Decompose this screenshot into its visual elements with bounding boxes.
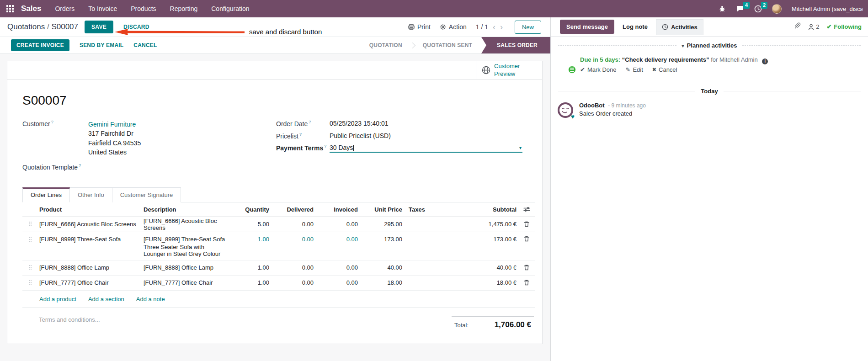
followers-button[interactable]: 2 — [808, 23, 819, 30]
new-button[interactable]: New — [515, 21, 541, 34]
drag-handle-icon[interactable] — [29, 222, 32, 227]
notebook-tabs: Order Lines Other Info Customer Signatur… — [22, 187, 535, 202]
tab-order-lines[interactable]: Order Lines — [22, 187, 70, 202]
cell-unit-price[interactable]: 295.00 — [360, 221, 404, 228]
activities-button[interactable]: Activities — [656, 19, 703, 35]
cancel-activity-button[interactable]: Cancel — [652, 66, 677, 73]
delete-line-icon[interactable] — [518, 236, 535, 242]
cell-quantity[interactable]: 1.00 — [228, 236, 271, 243]
delete-line-icon[interactable] — [518, 221, 535, 227]
state-quotation[interactable]: QUOTATION — [360, 37, 411, 53]
mark-done-button[interactable]: Mark Done — [580, 66, 616, 73]
nav-item-products[interactable]: Products — [131, 5, 156, 12]
payment-terms-field[interactable]: 30 Days — [330, 144, 522, 153]
cell-delivered[interactable]: 0.00 — [271, 279, 315, 286]
pager-previous-icon[interactable] — [493, 23, 495, 31]
apps-menu-icon[interactable] — [6, 5, 14, 12]
cell-invoiced[interactable]: 0.00 — [315, 236, 360, 243]
planned-activities-divider[interactable]: Planned activities — [558, 42, 861, 49]
cell-description[interactable]: [FURN_6666] Acoustic Bloc Screens — [144, 218, 228, 231]
delete-line-icon[interactable] — [518, 265, 535, 271]
cancel-button[interactable]: CANCEL — [133, 42, 157, 48]
cell-product[interactable]: [FURN_7777] Office Chair — [39, 279, 144, 286]
cell-description[interactable]: [FURN_8888] Office Lamp — [144, 264, 228, 271]
order-line-row[interactable]: [FURN_8999] Three-Seat Sofa [FURN_8999] … — [22, 232, 535, 260]
col-delivered[interactable]: Delivered — [271, 206, 315, 213]
breadcrumb-separator — [45, 22, 51, 31]
tab-other-info[interactable]: Other Info — [70, 187, 112, 202]
cell-delivered[interactable]: 0.00 — [271, 236, 315, 243]
cell-unit-price[interactable]: 18.00 — [360, 279, 404, 286]
print-button[interactable]: Print — [408, 23, 431, 31]
col-taxes[interactable]: Taxes — [404, 206, 457, 213]
nav-item-to-invoice[interactable]: To Invoice — [88, 5, 117, 12]
cell-delivered[interactable]: 0.00 — [271, 221, 315, 228]
message-body: Sales Order created — [579, 110, 646, 117]
info-icon[interactable] — [762, 58, 768, 64]
state-quotation-sent[interactable]: QUOTATION SENT — [414, 37, 481, 53]
tab-customer-signature[interactable]: Customer Signature — [112, 187, 181, 202]
order-line-row[interactable]: [FURN_8888] Office Lamp [FURN_8888] Offi… — [22, 260, 535, 276]
col-quantity[interactable]: Quantity — [228, 206, 271, 213]
cell-unit-price[interactable]: 173.00 — [360, 236, 404, 243]
drag-handle-icon[interactable] — [29, 265, 32, 270]
cell-product[interactable]: [FURN_8999] Three-Seat Sofa — [39, 236, 144, 243]
create-invoice-button[interactable]: CREATE INVOICE — [11, 39, 69, 51]
cell-quantity[interactable]: 1.00 — [228, 279, 271, 286]
nav-item-configuration[interactable]: Configuration — [211, 5, 249, 12]
send-message-button[interactable]: Send message — [560, 20, 614, 34]
debug-bug-icon[interactable] — [719, 5, 726, 12]
cell-unit-price[interactable]: 40.00 — [360, 264, 404, 271]
cell-description-line2: Three Seater Sofa with Lounger in Steel … — [144, 243, 228, 260]
pricelist-field[interactable]: Public Pricelist (USD) — [330, 132, 391, 140]
cell-description[interactable]: [FURN_7777] Office Chair — [144, 279, 228, 286]
col-product[interactable]: Product — [39, 206, 144, 213]
cell-invoiced[interactable]: 0.00 — [315, 264, 360, 271]
optional-columns-icon[interactable] — [518, 207, 535, 212]
drag-handle-icon[interactable] — [29, 237, 32, 242]
messages-badge: 4 — [743, 2, 750, 9]
dropdown-caret-icon[interactable] — [519, 145, 522, 150]
cell-description[interactable]: [FURN_8999] Three-Seat Sofa Three Seater… — [144, 236, 228, 260]
cell-invoiced[interactable]: 0.00 — [315, 221, 360, 228]
breadcrumb-quotations[interactable]: Quotations — [7, 22, 45, 31]
user-name[interactable]: Mitchell Admin (save_discar — [792, 5, 863, 12]
order-date-field[interactable]: 05/25/2023 15:40:01 — [330, 120, 388, 127]
cell-quantity[interactable]: 1.00 — [228, 264, 271, 271]
cell-product[interactable]: [FURN_6666] Acoustic Bloc Screens — [39, 221, 144, 228]
following-button[interactable]: Following — [826, 23, 862, 30]
messages-icon[interactable]: 4 — [736, 5, 744, 12]
customer-preview-button[interactable]: Customer Preview — [476, 61, 542, 79]
col-invoiced[interactable]: Invoiced — [315, 206, 360, 213]
log-note-button[interactable]: Log note — [623, 23, 648, 30]
message-author[interactable]: OdooBot — [579, 102, 605, 109]
cell-product[interactable]: [FURN_8888] Office Lamp — [39, 264, 144, 271]
cell-delivered[interactable]: 0.00 — [271, 264, 315, 271]
order-line-row[interactable]: [FURN_6666] Acoustic Bloc Screens [FURN_… — [22, 217, 535, 232]
app-name[interactable]: Sales — [21, 4, 41, 13]
customer-link[interactable]: Gemini Furniture — [88, 120, 141, 129]
action-button[interactable]: Action — [440, 23, 467, 31]
edit-activity-button[interactable]: Edit — [625, 66, 643, 73]
send-by-email-button[interactable]: SEND BY EMAIL — [80, 42, 123, 48]
drag-handle-icon[interactable] — [29, 280, 32, 285]
state-sales-order[interactable]: SALES ORDER — [481, 37, 550, 53]
user-avatar[interactable] — [772, 4, 782, 14]
cell-quantity[interactable]: 5.00 — [228, 221, 271, 228]
activities-clock-icon[interactable]: 2 — [754, 5, 762, 13]
order-line-row[interactable]: [FURN_7777] Office Chair [FURN_7777] Off… — [22, 276, 535, 291]
col-unit-price[interactable]: Unit Price — [360, 206, 404, 213]
terms-and-conditions-placeholder[interactable]: Terms and conditions... — [39, 316, 100, 329]
delete-line-icon[interactable] — [518, 280, 535, 286]
col-description[interactable]: Description — [144, 206, 228, 213]
pager-next-icon[interactable] — [500, 23, 503, 31]
add-a-section-link[interactable]: Add a section — [88, 296, 124, 303]
nav-item-orders[interactable]: Orders — [55, 5, 75, 12]
col-subtotal[interactable]: Subtotal — [457, 206, 518, 213]
save-button[interactable]: SAVE — [85, 21, 113, 33]
add-a-product-link[interactable]: Add a product — [39, 296, 76, 303]
add-a-note-link[interactable]: Add a note — [136, 296, 165, 303]
nav-item-reporting[interactable]: Reporting — [170, 5, 198, 12]
attach-files-button[interactable] — [794, 22, 801, 31]
cell-invoiced[interactable]: 0.00 — [315, 279, 360, 286]
